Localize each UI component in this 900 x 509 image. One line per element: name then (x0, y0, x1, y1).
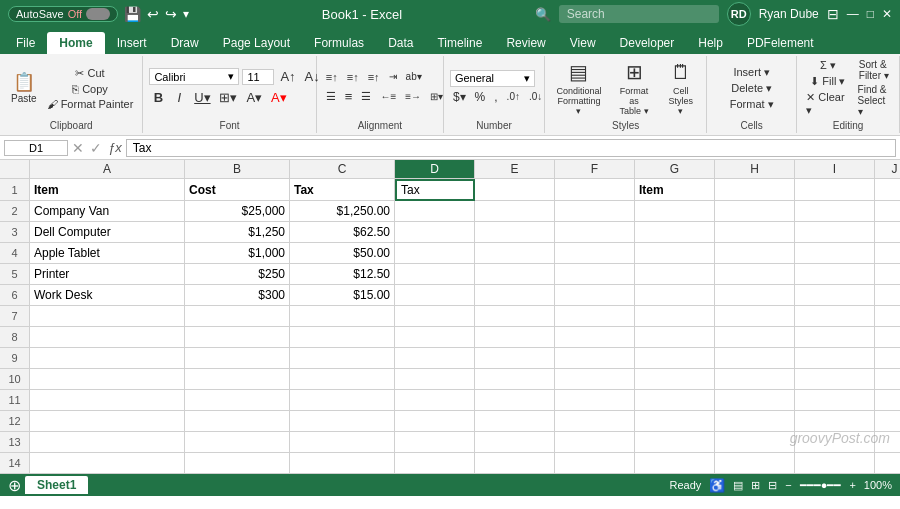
cell-H14[interactable] (715, 453, 795, 474)
fill-color-button[interactable]: A▾ (243, 89, 265, 106)
redo-icon[interactable]: ↪ (165, 6, 177, 22)
cell-I9[interactable] (795, 348, 875, 369)
tab-home[interactable]: Home (47, 32, 104, 54)
cell-F1[interactable] (555, 179, 635, 201)
cell-C6[interactable]: $15.00 (290, 285, 395, 306)
cell-I7[interactable] (795, 306, 875, 327)
col-header-I[interactable]: I (795, 160, 875, 178)
increase-decimal-button[interactable]: .0↑ (504, 90, 523, 103)
cell-G2[interactable] (635, 201, 715, 222)
tab-file[interactable]: File (4, 32, 47, 54)
cell-D12[interactable] (395, 411, 475, 432)
copy-button[interactable]: ⎘ Copy (44, 82, 137, 96)
cell-E9[interactable] (475, 348, 555, 369)
row-header-14[interactable]: 14 (0, 453, 30, 474)
italic-button[interactable]: I (170, 89, 188, 106)
cell-B7[interactable] (185, 306, 290, 327)
cell-I13[interactable] (795, 432, 875, 453)
tab-review[interactable]: Review (494, 32, 557, 54)
cell-J3[interactable] (875, 222, 900, 243)
tab-page-layout[interactable]: Page Layout (211, 32, 302, 54)
sort-filter-button[interactable]: Sort &Filter ▾ (855, 58, 893, 82)
col-header-G[interactable]: G (635, 160, 715, 178)
row-header-2[interactable]: 2 (0, 201, 30, 222)
tab-developer[interactable]: Developer (608, 32, 687, 54)
cell-styles-button[interactable]: 🗒 CellStyles ▾ (661, 59, 700, 118)
col-header-A[interactable]: A (30, 160, 185, 178)
cell-I11[interactable] (795, 390, 875, 411)
cell-C11[interactable] (290, 390, 395, 411)
cell-I6[interactable] (795, 285, 875, 306)
decrease-decimal-button[interactable]: .0↓ (526, 90, 545, 103)
cell-G14[interactable] (635, 453, 715, 474)
row-header-1[interactable]: 1 (0, 179, 30, 201)
cell-A12[interactable] (30, 411, 185, 432)
cell-F9[interactable] (555, 348, 635, 369)
cell-D1[interactable]: Tax (395, 179, 475, 201)
format-button[interactable]: Format ▾ (727, 97, 777, 112)
maximize-icon[interactable]: □ (867, 7, 874, 21)
cell-F12[interactable] (555, 411, 635, 432)
cell-I8[interactable] (795, 327, 875, 348)
wrap-text-button[interactable]: ⇥ (386, 70, 400, 83)
zoom-slider[interactable]: ━━━●━━ (800, 479, 842, 492)
cell-H1[interactable] (715, 179, 795, 201)
bold-button[interactable]: B (149, 89, 167, 106)
cell-B1[interactable]: Cost (185, 179, 290, 201)
format-as-table-button[interactable]: ⊞ Format asTable ▾ (611, 58, 658, 118)
cell-G3[interactable] (635, 222, 715, 243)
cell-G6[interactable] (635, 285, 715, 306)
cell-B14[interactable] (185, 453, 290, 474)
row-header-13[interactable]: 13 (0, 432, 30, 453)
cell-E6[interactable] (475, 285, 555, 306)
cell-D2[interactable] (395, 201, 475, 222)
cell-I4[interactable] (795, 243, 875, 264)
underline-button[interactable]: U▾ (191, 89, 213, 106)
cell-A11[interactable] (30, 390, 185, 411)
cell-H6[interactable] (715, 285, 795, 306)
cell-D9[interactable] (395, 348, 475, 369)
cell-J8[interactable] (875, 327, 900, 348)
fill-button[interactable]: ⬇ Fill ▾ (803, 74, 852, 89)
cell-G12[interactable] (635, 411, 715, 432)
align-top-right-button[interactable]: ≡↑ (365, 70, 383, 84)
cell-B5[interactable]: $250 (185, 264, 290, 285)
cell-B3[interactable]: $1,250 (185, 222, 290, 243)
cell-C2[interactable]: $1,250.00 (290, 201, 395, 222)
cell-G13[interactable] (635, 432, 715, 453)
col-header-F[interactable]: F (555, 160, 635, 178)
row-header-11[interactable]: 11 (0, 390, 30, 411)
cell-E8[interactable] (475, 327, 555, 348)
cell-H9[interactable] (715, 348, 795, 369)
cell-E10[interactable] (475, 369, 555, 390)
tab-draw[interactable]: Draw (159, 32, 211, 54)
autosave-badge[interactable]: AutoSave Off (8, 6, 118, 22)
cell-A2[interactable]: Company Van (30, 201, 185, 222)
cell-D14[interactable] (395, 453, 475, 474)
cell-J14[interactable] (875, 453, 900, 474)
cell-H12[interactable] (715, 411, 795, 432)
add-sheet-button[interactable]: ⊕ (8, 476, 21, 495)
clear-button[interactable]: ✕ Clear ▾ (803, 90, 852, 118)
currency-button[interactable]: $▾ (450, 89, 469, 105)
font-size-dropdown[interactable]: 11 (242, 69, 274, 85)
cell-A7[interactable] (30, 306, 185, 327)
cell-J13[interactable] (875, 432, 900, 453)
indent-increase-button[interactable]: ≡→ (402, 90, 424, 103)
cell-A1[interactable]: Item (30, 179, 185, 201)
cell-J4[interactable] (875, 243, 900, 264)
cell-D4[interactable] (395, 243, 475, 264)
sheet-tab-sheet1[interactable]: Sheet1 (25, 476, 88, 494)
cell-A4[interactable]: Apple Tablet (30, 243, 185, 264)
cell-H4[interactable] (715, 243, 795, 264)
cell-J2[interactable] (875, 201, 900, 222)
number-format-dropdown[interactable]: General ▾ (450, 70, 535, 87)
cell-H13[interactable] (715, 432, 795, 453)
row-header-10[interactable]: 10 (0, 369, 30, 390)
save-icon[interactable]: 💾 (124, 6, 141, 22)
cell-F11[interactable] (555, 390, 635, 411)
cell-C1[interactable]: Tax (290, 179, 395, 201)
row-header-8[interactable]: 8 (0, 327, 30, 348)
cell-H3[interactable] (715, 222, 795, 243)
cell-I1[interactable] (795, 179, 875, 201)
